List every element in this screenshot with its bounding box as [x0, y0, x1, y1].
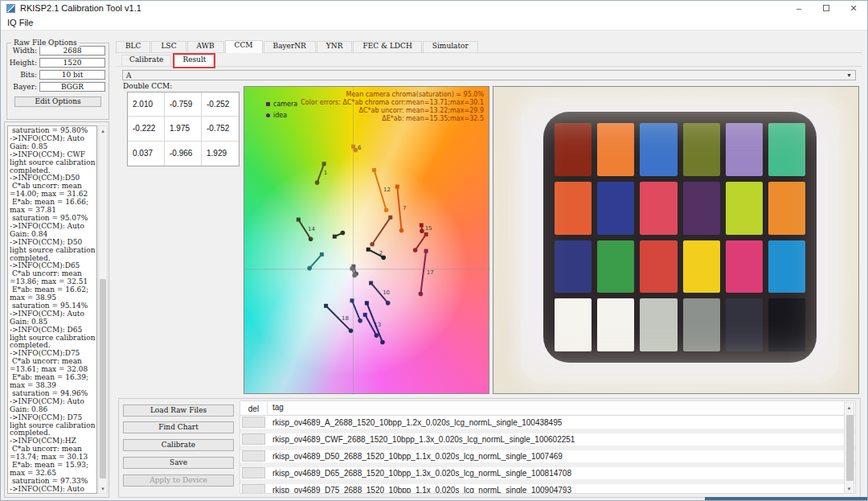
delete-cell[interactable] — [242, 417, 265, 428]
color-checker-photo — [493, 86, 859, 394]
checker-patch — [768, 123, 805, 176]
ccm-cell: 1.975 — [165, 117, 202, 141]
scroll-up-icon[interactable]: ▲ — [845, 403, 854, 412]
apply-to-device-button: Apply to Device — [123, 474, 234, 487]
ccm-cell: -0.759 — [165, 92, 202, 117]
tab-fec-ldch[interactable]: FEC & LDCH — [353, 41, 421, 53]
height-row: Height: — [7, 58, 105, 68]
tag-cell: rkisp_ov4689_D50_2688_1520_10bpp_1.1x_0.… — [272, 450, 563, 462]
log-line: ->INFO(CCM): Auto Gain: 0.86 — [10, 398, 96, 414]
raw-file-table: del tag rkisp_ov4689_A_2688_1520_10bpp_1… — [240, 400, 856, 494]
subtab-result[interactable]: Result — [174, 55, 214, 67]
ccm-cell: -0.252 — [202, 92, 239, 117]
stats-line: Mean camera chroma(saturation) = 95.0% — [301, 91, 484, 99]
table-row[interactable]: rkisp_ov4689_D75_2688_1520_10bpp_1.1x_0.… — [240, 484, 855, 494]
edit-options-button[interactable]: Edit Options — [14, 97, 101, 107]
checker-grid — [555, 123, 805, 351]
minimize-icon[interactable]: – — [785, 1, 813, 15]
checker-patch — [768, 240, 805, 294]
width-field[interactable] — [39, 46, 105, 55]
tag-cell: rkisp_ov4689_A_2688_1520_10bpp_1.2x_0.02… — [272, 417, 562, 429]
table-scroll-thumb[interactable] — [846, 415, 854, 481]
calibrate-button[interactable]: Calibrate — [123, 439, 234, 451]
checker-patch — [597, 298, 634, 351]
load-raw-files-button[interactable]: Load Raw Files — [123, 404, 234, 417]
tab-ccm[interactable]: CCM — [225, 40, 263, 53]
delete-cell[interactable] — [242, 484, 265, 494]
scroll-up-icon[interactable]: ▲ — [99, 126, 107, 135]
scroll-down-icon[interactable]: ▼ — [99, 484, 107, 493]
close-icon[interactable]: ✕ — [840, 1, 867, 15]
chart-vectors: 161271415217101813 — [244, 87, 490, 395]
chevron-down-icon: ▼ — [846, 72, 852, 78]
log-line: C*ab uncorr: mean =13.86; max = 32.51 — [10, 270, 96, 286]
svg-text:14: 14 — [308, 226, 315, 232]
find-chart-button[interactable]: Find Chart — [123, 421, 234, 433]
svg-text:10: 10 — [383, 290, 390, 296]
checker-patch — [726, 123, 763, 176]
log-output[interactable]: saturation = 95.80%->INFO(CCM): Auto Gai… — [7, 125, 97, 494]
bits-row: Bits: — [7, 70, 105, 80]
checker-patch — [640, 182, 677, 235]
table-row[interactable]: rkisp_ov4689_D50_2688_1520_10bpp_1.1x_0.… — [240, 450, 855, 462]
subtab-calibrate[interactable]: Calibrate — [121, 55, 171, 67]
chart-legend: camera idea — [266, 101, 297, 123]
table-scrollbar[interactable]: ▲ ▼ — [844, 402, 854, 494]
checker-patch — [726, 298, 763, 351]
delete-cell[interactable] — [242, 450, 265, 462]
double-ccm-label: Double CCM: — [123, 82, 172, 90]
taskbar-peek — [705, 497, 868, 501]
table-row[interactable]: rkisp_ov4689_CWF_2688_1520_10bpp_1.3x_0.… — [240, 433, 855, 446]
log-line: E*ab: mean = 16.66; max = 37.81 — [10, 199, 96, 215]
log-scrollbar[interactable]: ▲ ▼ — [98, 125, 108, 494]
scroll-down-icon[interactable]: ▼ — [845, 484, 854, 493]
table-row[interactable]: rkisp_ov4689_A_2688_1520_10bpp_1.2x_0.02… — [240, 417, 855, 429]
tab-blc[interactable]: BLC — [116, 41, 150, 53]
svg-text:1: 1 — [324, 170, 327, 176]
table-row[interactable]: rkisp_ov4689_D65_2688_1520_10bpp_1.3x_0.… — [240, 467, 855, 479]
stats-line: Color errors: ΔC*ab chroma corr:mean=13.… — [301, 99, 484, 107]
app-window: { "window": { "title": "RKISP2.1 Calibra… — [0, 0, 868, 501]
checker-patch — [683, 182, 720, 235]
ccm-matrix-table: 2.010 -0.759 -0.252 -0.222 1.975 -0.752 … — [127, 92, 240, 166]
log-group: saturation = 95.80%->INFO(CCM): Auto Gai… — [4, 121, 109, 498]
checker-patch — [597, 123, 634, 176]
checker-patch — [640, 298, 677, 351]
ccm-cell: -0.222 — [128, 117, 165, 141]
bayer-field[interactable] — [39, 82, 105, 92]
height-field[interactable] — [39, 58, 105, 68]
tab-bayernr[interactable]: BayerNR — [264, 41, 316, 53]
save-button[interactable]: Save — [123, 457, 234, 469]
title-bar: RKISP2.1 Calibration Tool v1.1 – ✕ — [1, 1, 867, 15]
subtab-divider — [116, 66, 862, 67]
height-label: Height: — [10, 59, 37, 67]
checker-patch — [640, 240, 677, 294]
main-tab-bar: BLC LSC AWB CCM BayerNR YNR FEC & LDCH S… — [116, 40, 479, 53]
svg-text:7: 7 — [403, 205, 406, 211]
bits-field[interactable] — [39, 70, 105, 80]
tag-cell: rkisp_ov4689_CWF_2688_1520_10bpp_1.3x_0.… — [272, 433, 575, 446]
tab-ynr[interactable]: YNR — [317, 41, 353, 53]
raw-file-options-group: Raw File Options Width: Height: Bits: Ba… — [6, 43, 109, 120]
log-line: ->INFO(CCM): Auto Gain: 0.84 — [10, 223, 96, 239]
log-line: ->INFO(CCM): CWF light source calibratio… — [10, 151, 96, 175]
maximize-icon[interactable] — [813, 1, 840, 15]
menu-iq-file[interactable]: IQ File — [7, 18, 33, 27]
checker-patch — [640, 123, 677, 176]
tab-awb[interactable]: AWB — [187, 41, 224, 53]
delete-cell[interactable] — [242, 433, 265, 445]
ccm-cell: -0.752 — [202, 117, 239, 141]
checker-patch — [726, 182, 763, 235]
log-scroll-thumb[interactable] — [100, 279, 106, 478]
tab-simulator[interactable]: Simulator — [423, 41, 478, 53]
ccm-cell: -0.966 — [165, 142, 202, 166]
svg-text:2: 2 — [379, 250, 383, 257]
color-error-chart: 161271415217101813 camera idea Mean came… — [244, 86, 489, 394]
svg-text:17: 17 — [427, 269, 434, 276]
log-line: C*ab uncorr: mean =13.61; max = 32.08 — [10, 358, 96, 374]
tab-lsc[interactable]: LSC — [151, 41, 186, 53]
log-line: ->INFO(CCM): D65 light source calibratio… — [10, 326, 96, 351]
ccm-sub-tab-bar: Calibrate Result — [121, 54, 217, 67]
delete-cell[interactable] — [242, 467, 265, 478]
illuminant-select[interactable]: A ▼ — [122, 70, 856, 80]
